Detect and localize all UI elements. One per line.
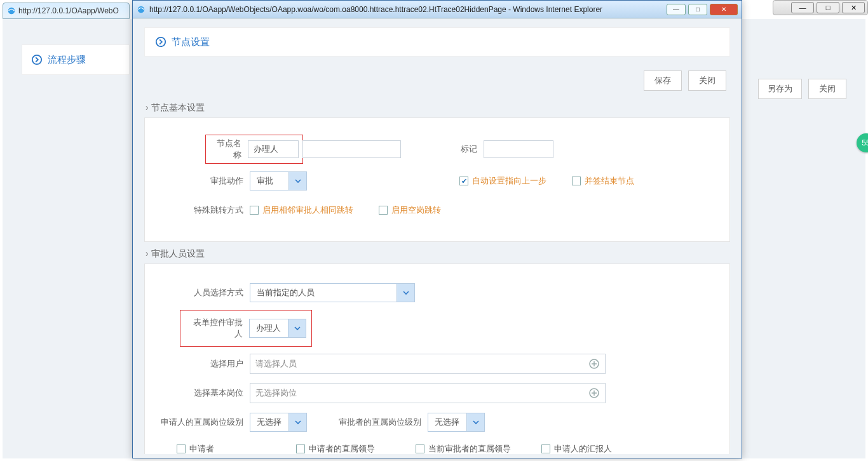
special-jump-label: 特殊跳转方式	[158, 204, 250, 216]
window-body: 节点设置 保存 关闭 节点基本设置 节点名称 标记	[133, 18, 742, 458]
bg-minimize-button[interactable]: —	[791, 2, 814, 13]
cb-applicant-label: 申请者	[189, 443, 214, 454]
background-panel-title: 流程步骤	[48, 54, 86, 66]
select-mode-value: 当前指定的人员	[250, 287, 397, 298]
window-title-text: http://127.0.0.1/OAapp/WebObjects/OAapp.…	[149, 5, 667, 14]
window-titlebar[interactable]: http://127.0.0.1/OAapp/WebObjects/OAapp.…	[133, 1, 742, 18]
approve-action-value: 审批	[250, 175, 288, 187]
applicant-post-level-combo[interactable]: 无选择	[250, 413, 307, 432]
background-browser-tab[interactable]: http://127.0.0.1/OAapp/WebO	[3, 3, 130, 19]
chevron-down-icon	[397, 284, 414, 302]
cb-current-approver-leader[interactable]	[416, 444, 424, 453]
background-panel-header: 流程步骤	[22, 44, 130, 75]
node-name-input-ext[interactable]	[302, 140, 401, 158]
chevron-down-icon	[288, 319, 306, 337]
node-name-label: 节点名称	[210, 138, 248, 161]
chevron-down-icon	[288, 172, 306, 190]
select-user-placeholder: 请选择人员	[255, 358, 297, 370]
background-tab-url: http://127.0.0.1/OAapp/WebO	[18, 6, 119, 15]
save-as-button[interactable]: 另存为	[758, 79, 802, 99]
svg-point-1	[32, 55, 41, 64]
row-form-ctrl: 表单控件审批人 办理人	[158, 310, 717, 347]
row-select-user: 选择用户 请选择人员	[158, 352, 717, 376]
approver-post-level-combo[interactable]: 无选择	[428, 413, 485, 432]
background-toolbar: 另存为 关闭	[758, 79, 846, 99]
empty-post-jump-checkbox[interactable]	[379, 206, 388, 215]
applicant-post-level-label: 申请人的直属岗位级别	[158, 417, 250, 428]
ie-icon	[7, 6, 16, 15]
form-ctrl-label: 表单控件审批人	[186, 317, 249, 340]
chevron-right-circle-icon	[155, 36, 166, 48]
row-approve-action: 审批动作 审批 自动设置指向上一步 并签结束节点	[158, 169, 717, 193]
select-user-label: 选择用户	[158, 358, 250, 370]
auto-prev-checkbox[interactable]	[459, 177, 468, 185]
section-basic-card: 节点名称 标记 审批动作 审批 自动设置指向上一步	[144, 117, 730, 242]
same-approver-jump-checkbox[interactable]	[250, 206, 259, 215]
form-ctrl-value: 办理人	[250, 323, 288, 334]
select-post-picker[interactable]: 无选择岗位	[250, 383, 606, 403]
applicant-post-level-value: 无选择	[250, 417, 288, 428]
form-ctrl-combo[interactable]: 办理人	[249, 319, 306, 338]
select-post-label: 选择基本岗位	[158, 387, 250, 399]
bg-close-page-button[interactable]: 关闭	[808, 79, 846, 99]
highlight-node-name: 节点名称	[205, 135, 303, 164]
section-approver-title: 审批人员设置	[146, 248, 730, 260]
row-post-levels: 申请人的直属岗位级别 无选择 审批者的直属岗位级别 无选择	[158, 410, 717, 434]
ie-icon	[137, 5, 146, 14]
cb-applicant-reporter[interactable]	[541, 444, 550, 453]
row-node-name: 节点名称 标记	[158, 135, 717, 164]
approve-action-label: 审批动作	[158, 175, 250, 187]
background-window-controls: — □ ✕	[773, 0, 868, 15]
cb-applicant-leader[interactable]	[296, 444, 305, 453]
countersign-end-checkbox[interactable]	[572, 177, 581, 185]
bg-maximize-button[interactable]: □	[817, 2, 839, 13]
node-name-input[interactable]	[248, 140, 299, 158]
highlight-form-ctrl: 表单控件审批人 办理人	[180, 310, 312, 347]
close-page-button[interactable]: 关闭	[688, 70, 726, 91]
approver-post-level-value: 无选择	[428, 417, 466, 428]
page-header: 节点设置	[144, 27, 730, 57]
mark-label: 标记	[452, 144, 484, 155]
foreground-window: http://127.0.0.1/OAapp/WebObjects/OAapp.…	[132, 0, 742, 458]
section-approver-card: 人员选择方式 当前指定的人员 表单控件审批人 办理人	[144, 264, 730, 454]
chevron-down-icon	[288, 413, 306, 431]
save-button[interactable]: 保存	[644, 70, 682, 91]
row-select-post: 选择基本岗位 无选择岗位	[158, 381, 717, 405]
cb-current-approver-leader-label: 当前审批者的直属领导	[428, 443, 511, 454]
content-scroll-area[interactable]: 保存 关闭 节点基本设置 节点名称 标记 审批动	[144, 63, 736, 454]
chevron-right-circle-icon	[31, 54, 43, 65]
countersign-end-label: 并签结束节点	[585, 175, 634, 187]
minimize-button[interactable]: —	[667, 4, 686, 15]
window-buttons: — □ ✕	[667, 4, 738, 15]
select-user-picker[interactable]: 请选择人员	[250, 354, 606, 374]
plus-circle-icon	[588, 358, 600, 370]
maximize-button[interactable]: □	[688, 4, 707, 15]
mark-input[interactable]	[484, 140, 553, 158]
svg-point-3	[156, 37, 165, 46]
approver-post-level-label: 审批者的直属岗位级别	[332, 417, 428, 428]
select-post-placeholder: 无选择岗位	[255, 387, 297, 399]
cb-applicant-leader-label: 申请者的直属领导	[309, 443, 375, 454]
cb-applicant[interactable]	[177, 444, 186, 453]
approver-checkbox-group: 申请者 申请者的直属领导 当前审批者的直属领导 申请人的汇报人 当前审批者汇报人…	[158, 439, 717, 454]
close-button[interactable]: ✕	[710, 4, 738, 15]
same-approver-jump-label: 启用相邻审批人相同跳转	[262, 204, 353, 216]
page-title: 节点设置	[172, 36, 210, 48]
empty-post-jump-label: 启用空岗跳转	[391, 204, 441, 216]
auto-prev-label: 自动设置指向上一步	[472, 175, 546, 187]
cb-applicant-reporter-label: 申请人的汇报人	[554, 443, 612, 454]
plus-circle-icon	[588, 387, 600, 399]
row-select-mode: 人员选择方式 当前指定的人员	[158, 281, 717, 305]
select-mode-combo[interactable]: 当前指定的人员	[250, 283, 415, 302]
row-special-jump: 特殊跳转方式 启用相邻审批人相同跳转 启用空岗跳转	[158, 198, 717, 222]
page-toolbar: 保存 关闭	[144, 63, 730, 96]
approve-action-combo[interactable]: 审批	[250, 171, 307, 190]
chevron-down-icon	[466, 413, 484, 431]
select-mode-label: 人员选择方式	[158, 287, 250, 298]
bg-close-button[interactable]: ✕	[842, 2, 865, 13]
section-basic-title: 节点基本设置	[146, 102, 730, 114]
